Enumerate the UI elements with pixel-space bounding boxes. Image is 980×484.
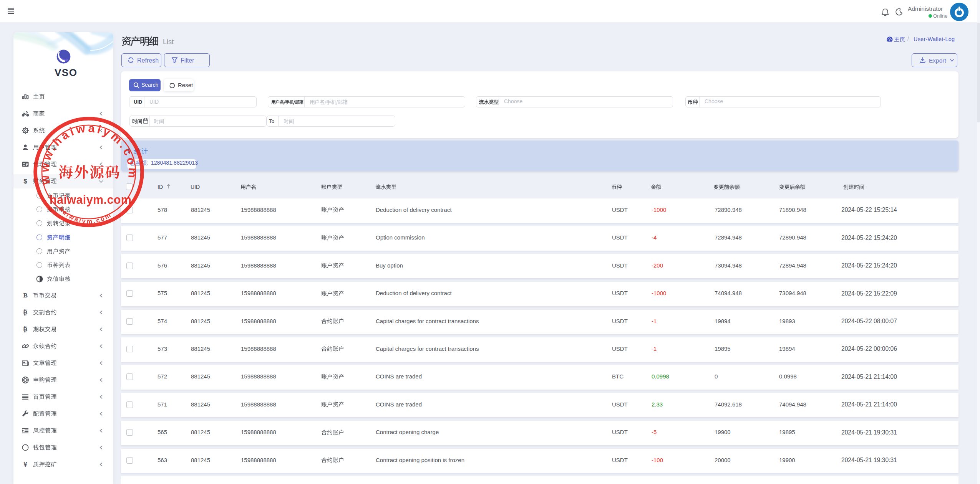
svg-text:B: B [23,309,27,316]
svg-text:¥: ¥ [24,461,27,468]
svg-text:$: $ [23,178,27,185]
svg-text:B: B [23,326,27,332]
svg-text:B: B [23,291,28,299]
